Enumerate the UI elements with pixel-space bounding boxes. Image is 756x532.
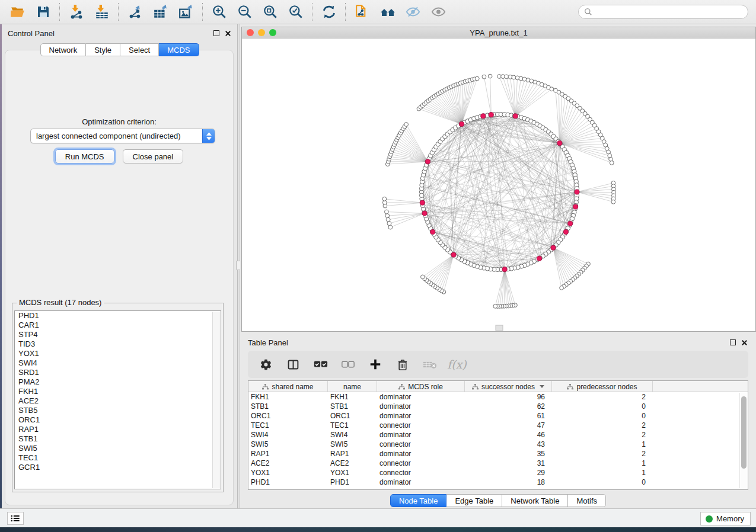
cell-successor-nodes: 29 [465,468,552,477]
delete-column-button[interactable] [391,354,413,375]
mcds-result-item[interactable]: SRD1 [15,368,221,377]
mcds-result-item[interactable]: TID3 [15,339,221,349]
search-input[interactable] [595,8,748,16]
status-bar: Memory [0,508,756,527]
save-session-button[interactable] [30,2,56,22]
network-graph[interactable] [242,39,755,331]
table-row[interactable]: SWI4SWI4dominator462 [248,430,748,440]
mcds-result-item[interactable]: STP4 [15,330,221,339]
table-tab-motifs[interactable]: Motifs [568,494,606,507]
select-all-columns-button[interactable] [310,354,331,375]
column-header-predecessor-nodes[interactable]: predecessor nodes [552,381,653,392]
cell-predecessor-nodes: 2 [552,421,653,430]
cell-mcds-role: dominator [377,477,465,487]
show-all-button[interactable] [426,2,451,22]
tab-network[interactable]: Network [40,43,86,56]
table-vertical-scrollbar[interactable] [739,393,747,488]
mcds-result-list[interactable]: PHD1CAR1STP4TID3YOX1SWI4SRD1PMA2FKH1ACE2… [14,310,221,489]
table-row[interactable]: STB1STB1dominator620 [248,402,748,411]
zoom-out-button[interactable] [232,2,257,22]
table-row[interactable]: TEC1TEC1connector472 [248,421,748,430]
search-field[interactable] [578,5,748,19]
cell-shared-name: SWI4 [248,430,328,440]
zoom-fit-button[interactable] [257,2,283,22]
add-column-button[interactable] [364,354,386,375]
unchecked-boxes-icon [342,361,355,368]
cell-empty [653,440,748,449]
mcds-result-item[interactable]: SWI4 [15,358,221,368]
table-row[interactable]: YOX1YOX1connector291 [248,468,748,477]
duplicate-network-button[interactable] [349,2,375,22]
mcds-result-item[interactable]: STB1 [15,434,221,444]
network-titlebar[interactable]: YPA_prune.txt_1 [242,27,755,39]
export-image-button[interactable] [173,2,199,22]
mcds-result-item[interactable]: YOX1 [15,349,221,358]
tab-style[interactable]: Style [86,43,120,56]
mcds-result-item[interactable]: PHD1 [15,311,221,321]
export-network-button[interactable] [122,2,148,22]
table-tab-edge-table[interactable]: Edge Table [446,494,502,507]
table-tab-network-table[interactable]: Network Table [502,494,568,507]
deselect-all-columns-button[interactable] [337,354,359,375]
network-window-title: YPA_prune.txt_1 [242,28,755,37]
split-columns-icon [287,358,299,371]
table-row[interactable]: PHD1PHD1dominator180 [248,477,748,487]
table-tab-node-table[interactable]: Node Table [390,494,447,507]
table-scrollbar-thumb[interactable] [741,396,747,469]
column-header-name[interactable]: name [328,381,377,392]
run-mcds-button[interactable]: Run MCDS [55,149,114,164]
first-neighbors-button[interactable] [375,2,400,22]
mcds-result-item[interactable]: GCR1 [15,463,221,472]
network-canvas[interactable] [242,39,755,331]
mcds-list-scrollbar[interactable] [212,312,220,488]
cell-name: ORC1 [328,411,377,421]
mcds-result-item[interactable]: PMA2 [15,377,221,387]
zoom-selected-button[interactable] [283,2,308,22]
table-row[interactable]: ACE2ACE2connector311 [248,459,748,468]
split-panel-button[interactable] [282,354,304,375]
mcds-result-item[interactable]: TEC1 [15,453,221,463]
mcds-result-item[interactable]: ORC1 [15,415,221,425]
table-row[interactable]: FKH1FKH1dominator962 [248,392,748,402]
float-panel-icon[interactable] [213,30,219,36]
column-label: successor nodes [481,383,535,391]
export-table-button[interactable] [148,2,173,22]
delete-table-button[interactable] [419,354,441,375]
mcds-result-item[interactable]: STB5 [15,406,221,415]
mcds-result-item[interactable]: CAR1 [15,321,221,330]
right-area: YPA_prune.txt_1 Table Panel [240,24,756,508]
mcds-result-item[interactable]: RAP1 [15,425,221,434]
tab-select[interactable]: Select [120,43,159,56]
import-network-icon [69,4,84,20]
column-header-MCDS-role[interactable]: MCDS role [377,381,465,392]
refresh-view-button[interactable] [316,2,342,22]
open-file-button[interactable] [5,2,30,22]
column-header-shared-name[interactable]: shared name [248,381,328,392]
mcds-result-item[interactable]: ACE2 [15,396,221,406]
memory-button[interactable]: Memory [700,512,751,525]
hide-selected-button[interactable] [400,2,426,22]
float-table-panel-icon[interactable] [730,339,736,345]
close-panel-button[interactable]: Close panel [123,149,184,164]
trash-icon [397,358,409,371]
mcds-result-item[interactable]: FKH1 [15,387,221,396]
table-row[interactable]: SWI5SWI5connector431 [248,440,748,449]
cell-mcds-role: connector [377,440,465,449]
zoom-in-button[interactable] [206,2,232,22]
task-history-button[interactable] [7,512,24,525]
tab-mcds[interactable]: MCDS [159,43,199,56]
table-settings-button[interactable] [255,354,277,375]
table-row[interactable]: ORC1ORC1dominator610 [248,411,748,421]
toolbar-separator [118,3,119,21]
mcds-result-item[interactable]: SWI5 [15,444,221,453]
close-table-panel-icon[interactable] [741,339,748,346]
column-header-successor-nodes[interactable]: successor nodes [465,381,552,392]
main-toolbar [0,0,756,24]
function-builder-button[interactable]: f(x) [446,354,468,375]
canvas-splitter-grip[interactable] [496,325,503,331]
import-network-button[interactable] [63,2,89,22]
import-table-button[interactable] [89,2,114,22]
close-panel-icon[interactable] [225,30,231,37]
criterion-dropdown[interactable]: largest connected component (undirected) [30,129,215,143]
table-row[interactable]: RAP1RAP1dominator352 [248,449,748,459]
